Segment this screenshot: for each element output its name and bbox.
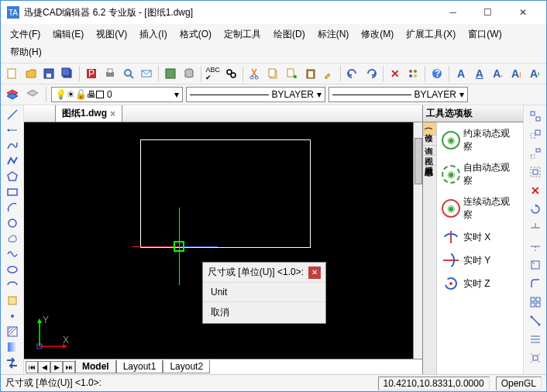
hatch-icon[interactable] xyxy=(4,325,21,338)
cut-icon[interactable] xyxy=(246,65,263,82)
block-icon[interactable] xyxy=(4,294,21,307)
break-icon[interactable] xyxy=(527,257,544,273)
spline2-icon[interactable] xyxy=(4,247,21,260)
context-close-button[interactable]: ✕ xyxy=(308,266,321,279)
layout-tab-model[interactable]: Model xyxy=(75,360,116,373)
tab-last-icon[interactable]: ⏭ xyxy=(63,361,75,373)
polygon-icon[interactable] xyxy=(4,170,21,184)
redo-icon[interactable] xyxy=(363,65,380,82)
menu-help[interactable]: 帮助(H) xyxy=(4,43,48,61)
chamfer-icon[interactable] xyxy=(527,294,544,310)
palette-item-rtx[interactable]: 实时 X xyxy=(440,228,520,246)
palette-item-free[interactable]: ◉自由动态观察 xyxy=(440,160,520,189)
tab-close-icon[interactable]: × xyxy=(110,108,115,119)
menu-view[interactable]: 视图(V) xyxy=(90,26,133,43)
swap-icon[interactable] xyxy=(4,356,21,371)
linetype-combo[interactable]: BYLAYER ▾ xyxy=(186,87,325,102)
pdf-icon[interactable]: P xyxy=(83,65,100,82)
preview-icon[interactable] xyxy=(120,65,137,82)
revcloud-icon[interactable] xyxy=(4,232,21,246)
maximize-button[interactable]: ☐ xyxy=(470,2,505,23)
explode-icon[interactable] xyxy=(527,350,544,366)
ellipse-icon[interactable] xyxy=(4,263,21,276)
fillet-icon[interactable] xyxy=(527,276,544,291)
copyref-icon[interactable] xyxy=(284,65,301,82)
tab-prev-icon[interactable]: ◀ xyxy=(38,361,50,373)
menu-edit[interactable]: 编辑(E) xyxy=(46,26,90,43)
print-icon[interactable] xyxy=(101,65,119,82)
tab-first-icon[interactable]: ⏮ xyxy=(26,361,38,373)
circle-icon[interactable] xyxy=(4,217,21,230)
layer-icon[interactable] xyxy=(4,86,21,103)
rect-icon[interactable] xyxy=(4,186,21,199)
menu-draw[interactable]: 绘图(D) xyxy=(267,26,311,43)
context-item-unit[interactable]: Unit xyxy=(203,282,325,301)
spell-icon[interactable]: ABC✔ xyxy=(205,65,222,82)
save-icon[interactable] xyxy=(41,65,58,82)
menu-modify[interactable]: 修改(M) xyxy=(355,26,400,43)
erase-icon[interactable]: ✕ xyxy=(387,65,404,82)
polyline-icon[interactable] xyxy=(4,155,21,168)
layout-tab-2[interactable]: Layout2 xyxy=(163,360,210,373)
menu-insert[interactable]: 插入(I) xyxy=(133,26,173,43)
palette-tab-query[interactable]: 查询 xyxy=(423,136,436,146)
align-icon[interactable] xyxy=(527,108,544,124)
open-icon[interactable] xyxy=(22,65,40,82)
move-icon[interactable] xyxy=(527,127,544,143)
help-icon[interactable]: ? xyxy=(428,65,446,82)
point-icon[interactable] xyxy=(4,309,21,322)
new-icon[interactable] xyxy=(4,65,21,82)
undo-icon[interactable] xyxy=(344,65,361,82)
lineweight-combo[interactable]: BYLAYER ▾ xyxy=(329,87,468,102)
tab-next-icon[interactable]: ▶ xyxy=(50,361,63,373)
palette-item-rty[interactable]: 实时 Y xyxy=(440,251,520,270)
scale-icon[interactable] xyxy=(527,332,544,347)
palette-tab-modify[interactable]: 修改( xyxy=(423,122,436,136)
palette-tab-3dorbit[interactable]: 三维动态观察 xyxy=(423,156,436,166)
gradient-icon[interactable] xyxy=(4,340,21,353)
paste-icon[interactable] xyxy=(302,65,319,82)
menu-file[interactable]: 文件(F) xyxy=(4,26,46,43)
layer2-icon[interactable] xyxy=(24,86,41,103)
menu-window[interactable]: 窗口(W) xyxy=(462,26,507,43)
trim-icon[interactable] xyxy=(527,220,544,236)
stretch-icon[interactable] xyxy=(527,313,544,328)
context-item-cancel[interactable]: 取消 xyxy=(203,301,325,323)
line-icon[interactable] xyxy=(4,108,21,122)
close-button[interactable]: ✕ xyxy=(505,2,540,23)
textstyle-5-icon[interactable]: Ai xyxy=(526,65,543,82)
layout-tab-1[interactable]: Layout1 xyxy=(116,360,163,373)
copy-icon[interactable] xyxy=(265,65,282,82)
find-icon[interactable] xyxy=(223,65,240,82)
arc-icon[interactable] xyxy=(4,201,21,215)
select-icon[interactable] xyxy=(405,65,422,82)
matchprop-icon[interactable] xyxy=(320,65,337,82)
minimize-button[interactable]: ─ xyxy=(435,2,470,23)
mirror-icon[interactable] xyxy=(527,146,544,161)
palette-item-rtz[interactable]: 实时 Z xyxy=(440,274,520,293)
palette-tab-view[interactable]: 视图 xyxy=(423,146,436,156)
extend-icon[interactable] xyxy=(527,239,544,254)
spline-icon[interactable] xyxy=(4,139,21,153)
menu-format[interactable]: 格式(O) xyxy=(174,26,218,43)
menu-dim[interactable]: 标注(N) xyxy=(311,26,356,43)
image-icon[interactable] xyxy=(162,65,179,82)
ellipsearc-icon[interactable] xyxy=(4,278,21,291)
rotate-icon[interactable] xyxy=(527,201,544,217)
palette-item-constrained[interactable]: ◉约束动态观察 xyxy=(440,126,520,155)
palette-item-continuous[interactable]: ◉连续动态观察 xyxy=(440,194,520,223)
document-tab[interactable]: 图纸1.dwg × xyxy=(55,105,122,122)
layer-combo[interactable]: 💡 ☀ 🔓 🖶 0 ▾ xyxy=(51,87,183,102)
saveall-icon[interactable] xyxy=(59,65,76,82)
vscrollbar[interactable] xyxy=(413,122,422,359)
textstyle-3-icon[interactable]: A, xyxy=(490,65,507,82)
delete-icon[interactable]: ✕ xyxy=(527,183,544,198)
drawing-canvas[interactable]: 尺寸或 [单位(U)] <1.0>: ✕ Unit 取消 Y X xyxy=(24,122,422,359)
menu-custom[interactable]: 定制工具 xyxy=(218,26,267,43)
textstyle-2-icon[interactable]: A xyxy=(471,65,488,82)
menu-ext[interactable]: 扩展工具(X) xyxy=(400,26,462,43)
db-icon[interactable] xyxy=(181,65,198,82)
ray-icon[interactable] xyxy=(4,124,21,137)
email-icon[interactable] xyxy=(138,65,155,82)
textstyle-4-icon[interactable]: A| xyxy=(507,65,525,82)
